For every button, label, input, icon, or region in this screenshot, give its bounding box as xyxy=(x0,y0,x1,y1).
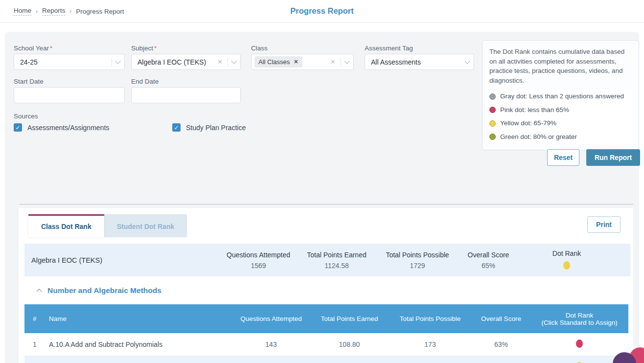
divider xyxy=(228,58,228,67)
assessment-tag-value: All Assessments xyxy=(371,58,465,66)
source-option: ✓ Study Plan Practice xyxy=(172,123,246,132)
class-chip[interactable]: All Classes ✕ xyxy=(254,56,302,68)
overall-score-cell: 74% xyxy=(472,356,530,363)
dot-rank-icon xyxy=(576,340,583,348)
legend-dot-icon xyxy=(489,120,496,127)
summary-points-earned: Total Points Earned 1124.58 xyxy=(298,251,376,270)
chevron-down-icon[interactable] xyxy=(115,58,120,64)
source-checkbox[interactable]: ✓ xyxy=(172,123,181,132)
legend-dot-icon xyxy=(489,93,496,100)
chevron-down-icon[interactable] xyxy=(344,58,349,64)
points-earned-cell: 98 xyxy=(310,356,389,363)
legend-dot-icon xyxy=(489,107,496,113)
report-card: Class Dot Rank Student Dot Rank Print Al… xyxy=(19,208,633,363)
summary-points-possible: Total Points Possible 1729 xyxy=(376,251,459,270)
legend-label: Green dot: 80% or greater xyxy=(500,132,577,142)
start-date-input[interactable] xyxy=(14,87,125,103)
legend-item: Yellow dot: 65-79% xyxy=(489,116,632,130)
end-date-label: End Date xyxy=(131,78,159,85)
source-option: ✓ Assessments/Assignments xyxy=(14,123,109,132)
dot-rank-description: The Dot Rank contains cumulative data ba… xyxy=(489,47,632,85)
points-earned-cell: 108.80 xyxy=(310,333,389,356)
legend-item: Pink dot: less than 65% xyxy=(489,103,632,117)
row-number: 2 xyxy=(24,356,46,363)
page-title: Progress Report xyxy=(0,6,644,16)
col-number: # xyxy=(24,304,46,333)
top-bar: Home › Reports › Progress Report Progres… xyxy=(0,0,644,23)
legend-item: Green dot: 80% or greater xyxy=(489,130,632,144)
filters-panel: School Year* 24-25 Subject* Algebra I EO… xyxy=(5,32,639,363)
assessment-tag-label: Assessment Tag xyxy=(365,45,413,52)
table-header: # Name Questions Attempted Total Points … xyxy=(24,304,628,333)
end-date-input[interactable] xyxy=(131,87,241,103)
subject-label: Subject* xyxy=(131,45,157,52)
legend-item: Gray dot: Less than 2 questions answered xyxy=(489,90,632,103)
tab-student-dot-rank[interactable]: Student Dot Rank xyxy=(104,214,187,237)
row-number: 1 xyxy=(24,333,46,356)
points-possible-cell: 133 xyxy=(389,356,472,363)
standards-table: # Name Questions Attempted Total Points … xyxy=(24,304,628,363)
subject-value: Algebra I EOC (TEKS) xyxy=(138,58,217,66)
clear-icon[interactable]: ✕ xyxy=(217,58,223,66)
summary-subject-name: Algebra I EOC (TEKS) xyxy=(24,256,219,264)
chevron-down-icon[interactable] xyxy=(231,58,236,64)
table-row: 1 A.10.A Add and Subtract Polynomials 14… xyxy=(24,333,628,356)
school-year-select[interactable]: 24-25 xyxy=(14,54,125,70)
standards-table-wrap: # Name Questions Attempted Total Points … xyxy=(24,304,628,363)
tab-class-dot-rank[interactable]: Class Dot Rank xyxy=(28,214,104,237)
tab-bar: Class Dot Rank Student Dot Rank xyxy=(28,214,187,237)
run-report-button[interactable]: Run Report xyxy=(586,149,640,166)
divider xyxy=(341,58,341,67)
class-select[interactable]: All Classes ✕ ✕ xyxy=(251,54,354,70)
dot-rank-legend: Gray dot: Less than 2 questions answered… xyxy=(489,90,632,143)
source-checkbox[interactable]: ✓ xyxy=(14,123,22,132)
school-year-value: 24-25 xyxy=(20,58,108,66)
source-checkbox-label: Study Plan Practice xyxy=(186,124,246,132)
summary-overall-score: Overall Score 65% xyxy=(459,251,518,270)
clear-icon[interactable]: ✕ xyxy=(330,58,336,66)
sources-label: Sources xyxy=(14,113,38,120)
help-widget[interactable] xyxy=(600,329,644,363)
source-checkbox-label: Assessments/Assignments xyxy=(27,124,109,132)
class-chip-label: All Classes xyxy=(258,58,290,66)
dot-rank-info-panel: The Dot Rank contains cumulative data ba… xyxy=(482,40,639,150)
col-points-earned: Total Points Earned xyxy=(310,304,389,333)
divider xyxy=(112,58,112,67)
summary-dot-rank: Dot Rank xyxy=(518,250,616,271)
questions-attempted-cell: 143 xyxy=(232,333,310,356)
col-questions-attempted: Questions Attempted xyxy=(232,304,310,333)
legend-dot-icon xyxy=(489,134,496,140)
legend-label: Gray dot: Less than 2 questions answered xyxy=(500,91,624,101)
assessment-tag-select[interactable]: All Assessments xyxy=(365,54,474,70)
chevron-down-icon[interactable] xyxy=(464,58,470,64)
chip-remove-icon[interactable]: ✕ xyxy=(294,59,298,65)
print-button[interactable]: Print xyxy=(587,216,621,233)
standard-name-link[interactable]: A.10.B Multiply Polynomials xyxy=(46,356,232,363)
summary-dot-icon xyxy=(563,261,570,270)
col-points-possible: Total Points Possible xyxy=(389,304,472,333)
divider xyxy=(20,204,633,204)
points-possible-cell: 173 xyxy=(389,333,472,356)
table-row: 2 A.10.B Multiply Polynomials 133 98 133… xyxy=(24,356,628,363)
questions-attempted-cell: 133 xyxy=(232,356,310,363)
section-header[interactable]: Number and Algebraic Methods xyxy=(37,286,161,295)
collapse-chevron-icon[interactable] xyxy=(36,289,42,294)
start-date-label: Start Date xyxy=(14,78,44,85)
section-title: Number and Algebraic Methods xyxy=(47,286,161,295)
summary-row: Algebra I EOC (TEKS) Questions Attempted… xyxy=(24,244,630,276)
legend-label: Pink dot: less than 65% xyxy=(500,105,569,115)
class-label: Class xyxy=(251,45,268,52)
subject-select[interactable]: Algebra I EOC (TEKS) ✕ xyxy=(131,54,241,70)
col-name: Name xyxy=(46,304,232,333)
overall-score-cell: 63% xyxy=(472,333,530,356)
table-body: 1 A.10.A Add and Subtract Polynomials 14… xyxy=(24,333,628,363)
legend-label: Yellow dot: 65-79% xyxy=(500,118,556,128)
standard-name-link[interactable]: A.10.A Add and Subtract Polynomials xyxy=(46,333,232,356)
summary-questions-attempted: Questions Attempted 1569 xyxy=(219,251,298,270)
col-overall-score: Overall Score xyxy=(472,304,530,333)
reset-button[interactable]: Reset xyxy=(547,149,579,166)
school-year-label: School Year* xyxy=(14,45,52,52)
